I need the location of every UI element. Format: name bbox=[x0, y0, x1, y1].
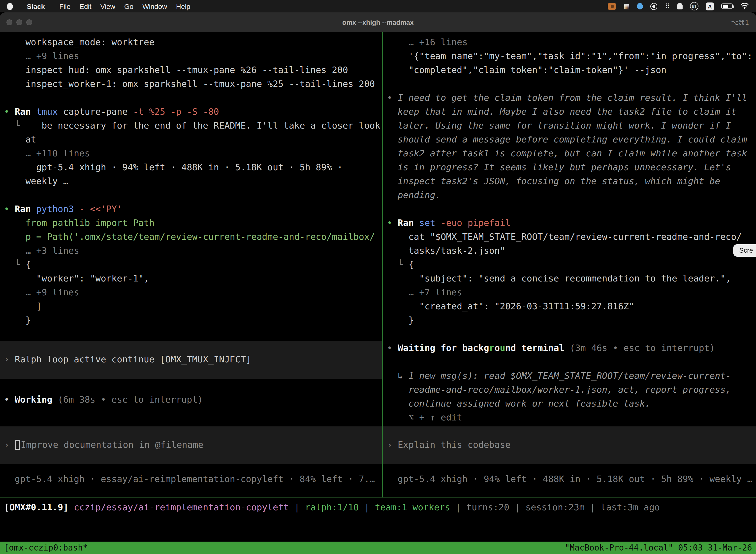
titlebar[interactable]: omx --xhigh --madmax ⌥⌘1 bbox=[0, 12, 756, 32]
blank-line bbox=[383, 202, 756, 216]
battery-percent-icon[interactable]: 61 bbox=[690, 2, 698, 10]
menubar-left: Slack FileEditViewGoWindowHelp bbox=[7, 2, 195, 10]
text-segment: - <<'PY' bbox=[74, 204, 122, 214]
terminal-line: } bbox=[383, 313, 756, 327]
text-segment: tasks/task-2.json" bbox=[387, 245, 505, 256]
text-segment: capture-pane bbox=[58, 106, 133, 117]
ralph-loop-banner: › Ralph loop active continue [OMX_TMUX_I… bbox=[0, 341, 382, 379]
prompt-input[interactable]: › Improve documentation in @filename bbox=[0, 427, 382, 464]
text-segment: cat "$OMX_TEAM_STATE_ROOT/team/review-cu… bbox=[387, 231, 742, 242]
prompt-suggestion[interactable]: › Explain this codebase bbox=[383, 427, 756, 464]
ghost-icon[interactable] bbox=[677, 3, 683, 9]
text-segment: r bbox=[489, 342, 495, 353]
text-segment: is in progress? It seems likely but perh… bbox=[387, 162, 731, 172]
terminal-line: • Working (6m 38s • esc to interrupt) bbox=[0, 393, 382, 406]
text-segment: I need to get the claim token from the c… bbox=[397, 92, 747, 103]
text-segment: Waiting for backg bbox=[397, 342, 489, 353]
menu-item-go[interactable]: Go bbox=[120, 2, 138, 10]
wifi-icon[interactable] bbox=[740, 3, 749, 9]
drop-icon[interactable] bbox=[637, 3, 643, 9]
text-segment: "completed","claim_token":"claim-token"}… bbox=[387, 64, 667, 75]
minimize-button[interactable] bbox=[16, 19, 22, 25]
terminal-line: "completed","claim_token":"claim-token"}… bbox=[383, 63, 756, 77]
text-segment: › bbox=[4, 354, 15, 365]
text-segment: … +3 lines bbox=[4, 245, 79, 256]
text-segment: team:1 workers bbox=[375, 502, 450, 512]
terminal-line: … +16 lines bbox=[383, 35, 756, 49]
tmux-session-label: [omx-cczip0:bash* bbox=[4, 543, 88, 553]
text-segment: "worker": "worker-1", bbox=[4, 273, 149, 283]
text-segment: gpt-5.4 xhigh · essay/ai-reimplementatio… bbox=[4, 474, 375, 484]
terminal-line: inspect task2's JSON, focusing on the st… bbox=[383, 174, 756, 188]
input-source-icon[interactable]: A bbox=[706, 2, 714, 10]
terminal-line: "worker": "worker-1", bbox=[0, 272, 382, 285]
disc-icon[interactable] bbox=[650, 3, 657, 10]
blank-line bbox=[0, 327, 382, 341]
menu-item-file[interactable]: File bbox=[55, 2, 75, 10]
pane-left[interactable]: workspace_mode: worktree … +9 lines insp… bbox=[0, 32, 382, 497]
menu-item-app[interactable]: Slack bbox=[22, 2, 50, 10]
text-segment: from pathlib import Path bbox=[4, 217, 154, 228]
text-segment: Explain this codebase bbox=[397, 439, 510, 450]
blank-line bbox=[0, 188, 382, 202]
terminal-line: inspect_hud: omx sparkshell --tmux-pane … bbox=[0, 63, 382, 77]
terminal-line: at bbox=[0, 132, 382, 147]
terminal-line: inspect_worker-1: omx sparkshell --tmux-… bbox=[0, 77, 382, 91]
terminal-line: is in progress? It seems likely but perh… bbox=[383, 160, 756, 174]
menu-item-edit[interactable]: Edit bbox=[75, 2, 96, 10]
menu-item-view[interactable]: View bbox=[96, 2, 120, 10]
terminal-line: • Ran set -euo pipefail bbox=[383, 216, 756, 230]
text-segment: continue assigned work or next feasible … bbox=[387, 398, 650, 408]
terminal-line: from pathlib import Path bbox=[0, 216, 382, 230]
blank-line bbox=[0, 91, 382, 105]
terminal-line: • I need to get the claim token from the… bbox=[383, 91, 756, 105]
text-segment: python3 bbox=[36, 204, 74, 214]
terminal-line: ⌥ + ↑ edit bbox=[383, 410, 756, 425]
terminal-line: readme-and-reco/mailbox/worker-1.json, a… bbox=[383, 383, 756, 397]
text-segment: weekly … bbox=[4, 176, 68, 186]
screen-recording-icon[interactable] bbox=[608, 3, 616, 10]
text-segment: later. Using the same for transition mig… bbox=[387, 120, 731, 130]
text-segment: keep that in mind. Maybe I also need the… bbox=[387, 106, 737, 117]
terminal-line: cat "$OMX_TEAM_STATE_ROOT/team/review-cu… bbox=[383, 230, 756, 244]
tmux-host-clock: "MacBook-Pro-44.local" 05:03 31-Mar-26 bbox=[565, 543, 752, 553]
text-segment: › bbox=[4, 439, 15, 450]
text-segment: o bbox=[495, 342, 500, 353]
text-segment: (6m 38s • esc to interrupt) bbox=[58, 394, 203, 404]
dots-grid-icon[interactable]: ⠿ bbox=[665, 2, 670, 10]
menubar-status-icons: ▦ ⠿ 61 A bbox=[608, 2, 749, 10]
grid-icon[interactable]: ▦ bbox=[624, 2, 630, 10]
terminal-line: continue assigned work or next feasible … bbox=[383, 397, 756, 410]
battery-fill bbox=[722, 5, 728, 8]
terminal-line: └ be necessary for the end of the README… bbox=[0, 119, 382, 132]
text-segment: nd terminal bbox=[505, 342, 570, 353]
text-segment: inspect_worker-1: omx sparkshell --tmux-… bbox=[4, 78, 375, 89]
pane-right[interactable]: … +16 lines '{"team_name":"my-team","tas… bbox=[383, 32, 756, 497]
terminal-line: └ { bbox=[383, 258, 756, 272]
blank-line bbox=[0, 464, 382, 472]
screenshot-tooltip[interactable]: Scre bbox=[733, 244, 756, 257]
prompt-box-line: › Improve documentation in @filename bbox=[0, 438, 382, 452]
text-segment: └ bbox=[4, 259, 25, 270]
text-segment: } bbox=[387, 315, 414, 325]
window-shortcut: ⌥⌘1 bbox=[731, 19, 749, 26]
text-segment: › bbox=[387, 439, 397, 450]
text-segment: • bbox=[387, 92, 397, 103]
menu-item-help[interactable]: Help bbox=[172, 2, 195, 10]
apple-menu-icon[interactable] bbox=[7, 3, 13, 10]
text-segment: p = Path('.omx/state/team/review-current… bbox=[4, 231, 375, 242]
terminal-line: gpt-5.4 xhigh · 94% left · 488K in · 5.1… bbox=[383, 472, 756, 486]
close-button[interactable] bbox=[6, 19, 12, 25]
text-segment: • bbox=[4, 106, 15, 117]
menu-item-window[interactable]: Window bbox=[138, 2, 172, 10]
window-title: omx --xhigh --madmax bbox=[342, 19, 414, 26]
omx-hud: [OMX#0.11.9] cczip/essay/ai-reimplementa… bbox=[0, 497, 756, 542]
zoom-button[interactable] bbox=[26, 19, 32, 25]
terminal-line: p = Path('.omx/state/team/review-current… bbox=[0, 230, 382, 244]
text-segment: └ bbox=[387, 259, 408, 270]
terminal-line: • Ran tmux capture-pane -t %25 -p -S -80 bbox=[0, 105, 382, 119]
terminal-line: ↳ 1 new msg(s): read $OMX_TEAM_STATE_ROO… bbox=[383, 369, 756, 383]
spacer bbox=[383, 425, 756, 427]
battery-icon[interactable] bbox=[721, 3, 733, 9]
text-cursor bbox=[15, 440, 19, 450]
